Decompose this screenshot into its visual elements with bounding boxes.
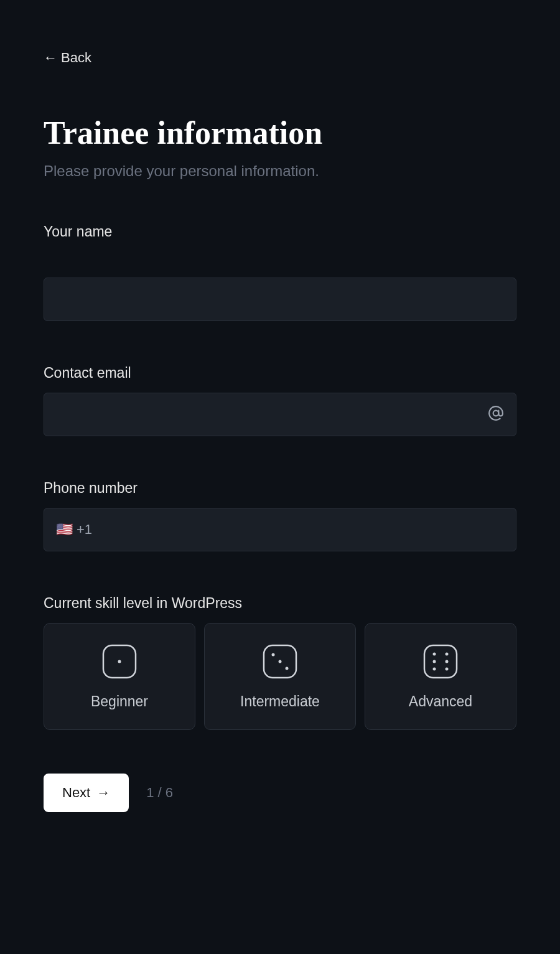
next-button[interactable]: Next → [44, 774, 129, 812]
dice-three-icon [262, 643, 298, 682]
back-link[interactable]: ← Back [44, 50, 91, 66]
svg-point-4 [272, 653, 275, 656]
field-group-email: Contact email [44, 365, 516, 436]
flag-icon: 🇺🇸 [56, 521, 70, 538]
phone-prefix: 🇺🇸 +1 [56, 521, 92, 538]
svg-point-12 [433, 667, 436, 670]
page-subtitle: Please provide your personal information… [44, 162, 516, 180]
name-input[interactable] [44, 278, 516, 321]
skill-option-beginner[interactable]: Beginner [44, 623, 195, 730]
skill-option-label: Beginner [91, 693, 148, 710]
svg-point-13 [446, 667, 449, 670]
step-total: 6 [166, 785, 173, 800]
field-group-name: Your name [44, 223, 516, 321]
svg-point-6 [286, 666, 289, 670]
back-label: Back [61, 50, 91, 66]
dice-one-icon [101, 643, 138, 682]
svg-point-8 [433, 652, 436, 655]
svg-rect-7 [424, 645, 457, 678]
email-input[interactable] [44, 393, 516, 436]
phone-input[interactable] [44, 508, 516, 551]
name-label: Your name [44, 223, 516, 240]
svg-point-2 [118, 660, 121, 663]
svg-point-9 [446, 652, 449, 655]
dice-six-icon [422, 643, 459, 682]
svg-point-0 [493, 411, 499, 416]
phone-label: Phone number [44, 480, 516, 497]
page-title: Trainee information [44, 115, 516, 151]
skill-option-label: Advanced [409, 693, 472, 710]
skill-option-advanced[interactable]: Advanced [365, 623, 516, 730]
at-sign-icon [488, 405, 504, 424]
footer-row: Next → 1 / 6 [44, 774, 516, 812]
field-group-phone: Phone number 🇺🇸 +1 [44, 480, 516, 551]
email-label: Contact email [44, 365, 516, 381]
arrow-left-icon: ← [44, 50, 57, 66]
arrow-right-icon: → [96, 785, 110, 801]
step-separator: / [154, 785, 166, 800]
skill-option-label: Intermediate [240, 693, 320, 710]
next-label: Next [62, 785, 90, 801]
step-indicator: 1 / 6 [146, 785, 173, 801]
svg-point-10 [433, 660, 436, 663]
step-current: 1 [146, 785, 154, 800]
skill-label: Current skill level in WordPress [44, 595, 516, 612]
svg-point-11 [446, 660, 449, 663]
phone-country-code: +1 [77, 521, 92, 538]
skill-option-intermediate[interactable]: Intermediate [204, 623, 356, 730]
field-group-skill: Current skill level in WordPress Beginne… [44, 595, 516, 730]
svg-point-5 [279, 660, 282, 663]
